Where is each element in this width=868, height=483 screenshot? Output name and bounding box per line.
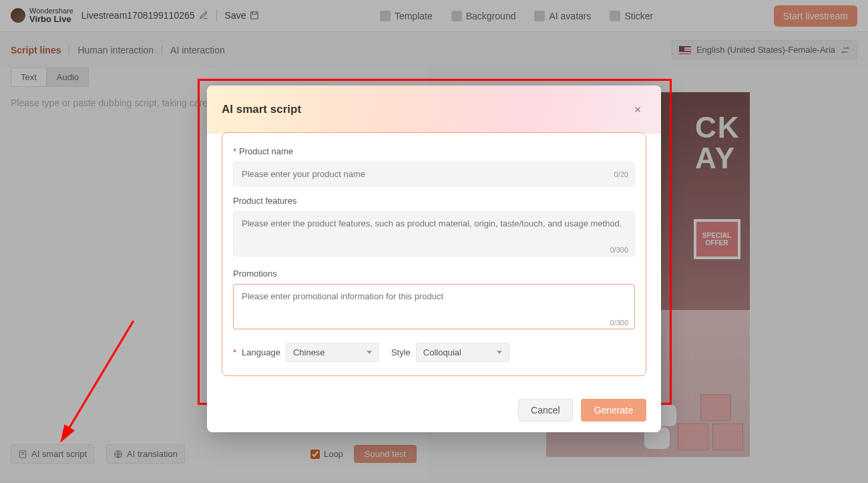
style-label: Style <box>391 347 411 357</box>
close-icon <box>633 105 642 114</box>
promotions-label-text: Promotions <box>233 269 277 279</box>
form-frame: * Product name 0/20 Product features 0/3… <box>222 132 646 376</box>
ai-smart-script-modal: AI smart script * Product name 0/20 Prod… <box>207 86 661 432</box>
cancel-button[interactable]: Cancel <box>518 399 573 422</box>
language-field: * Language Chinese <box>233 343 379 362</box>
promotions-counter: 0/300 <box>610 319 628 327</box>
features-label-text: Product features <box>233 196 296 206</box>
features-label: Product features <box>233 196 635 206</box>
product-name-counter: 0/20 <box>614 170 628 178</box>
row-selects: * Language Chinese Style Colloquial <box>233 343 635 362</box>
modal-header: AI smart script <box>207 86 661 134</box>
generate-button[interactable]: Generate <box>581 399 646 422</box>
product-name-label: * Product name <box>233 146 635 156</box>
promotions-input[interactable] <box>233 284 635 329</box>
required-mark: * <box>233 347 236 357</box>
modal-body: * Product name 0/20 Product features 0/3… <box>207 132 661 388</box>
chevron-down-icon <box>497 351 502 354</box>
style-select[interactable]: Colloquial <box>416 343 509 362</box>
product-name-wrap: 0/20 <box>233 162 635 186</box>
modal-title: AI smart script <box>222 103 301 116</box>
language-value: Chinese <box>293 347 325 357</box>
features-input[interactable] <box>233 211 635 257</box>
product-name-input[interactable] <box>233 162 635 186</box>
promotions-wrap: 0/300 <box>233 284 635 332</box>
required-mark: * <box>233 146 236 156</box>
style-field: Style Colloquial <box>391 343 509 362</box>
modal-footer: Cancel Generate <box>207 388 661 432</box>
promotions-label: Promotions <box>233 269 635 279</box>
product-name-label-text: Product name <box>239 146 293 156</box>
chevron-down-icon <box>367 351 372 354</box>
features-wrap: 0/300 <box>233 211 635 259</box>
modal-close-button[interactable] <box>629 101 646 118</box>
language-label: Language <box>242 347 280 357</box>
features-counter: 0/300 <box>610 246 628 254</box>
language-select[interactable]: Chinese <box>286 343 379 362</box>
style-value: Colloquial <box>423 347 461 357</box>
